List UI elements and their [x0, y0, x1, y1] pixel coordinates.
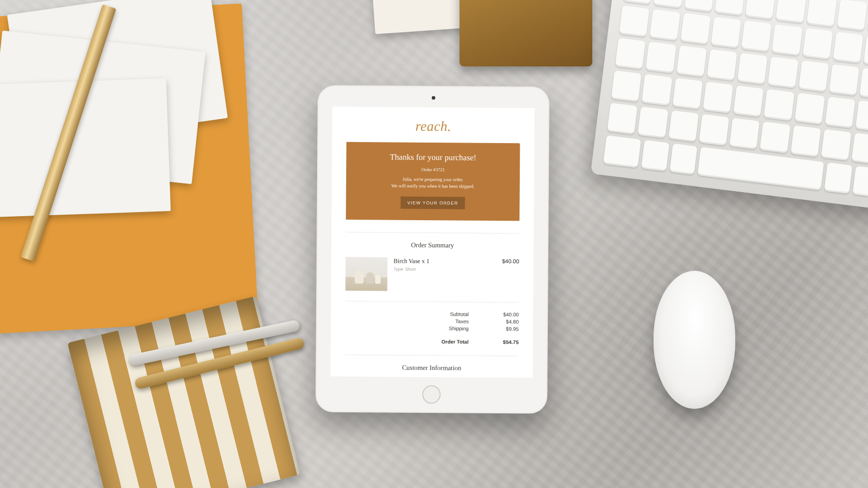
shipping-label: Shipping: [433, 326, 469, 331]
view-order-button[interactable]: VIEW YOUR ORDER: [401, 197, 465, 210]
product-thumbnail: [345, 257, 387, 291]
divider: [345, 355, 519, 356]
thank-you-card: Thanks for your purchase! Order #3721 Ju…: [346, 142, 520, 221]
order-total-value: $54.75: [493, 339, 519, 344]
order-total-label: Order Total: [433, 339, 469, 344]
order-summary-heading: Order Summary: [331, 241, 534, 250]
tablet-device: reach. Thanks for your purchase! Order #…: [316, 85, 549, 413]
order-totals: Subtotal $40.00 Taxes $4.80 Shipping $9.…: [345, 310, 519, 345]
subtotal-value: $40.00: [493, 311, 519, 317]
gold-clip-tray: [460, 0, 592, 66]
tablet-home-button[interactable]: [422, 385, 441, 404]
mouse: [654, 271, 735, 409]
hero-message-line2: We will notify you when it has been ship…: [392, 183, 475, 189]
customer-info-heading: Customer Information: [330, 363, 533, 373]
order-number: Order #3721: [355, 167, 511, 173]
product-variant: Type: Short: [394, 267, 496, 272]
subtotal-label: Subtotal: [433, 311, 469, 317]
taxes-value: $4.80: [493, 318, 519, 324]
hero-message: Julia, we're preparing your order. We wi…: [355, 176, 511, 190]
divider: [346, 232, 519, 234]
product-name: Birch Vase x 1: [394, 258, 496, 266]
product-price: $40.00: [502, 258, 519, 264]
shipping-value: $9.95: [493, 326, 519, 331]
brand-logo: reach.: [332, 107, 534, 144]
tablet-camera: [432, 96, 436, 100]
hero-title: Thanks for your purchase!: [355, 152, 511, 162]
order-line-item: Birch Vase x 1 Type: Short $40.00: [345, 257, 519, 303]
tablet-screen: reach. Thanks for your purchase! Order #…: [330, 107, 535, 378]
taxes-label: Taxes: [433, 318, 469, 324]
hero-message-line1: Julia, we're preparing your order.: [402, 177, 463, 182]
